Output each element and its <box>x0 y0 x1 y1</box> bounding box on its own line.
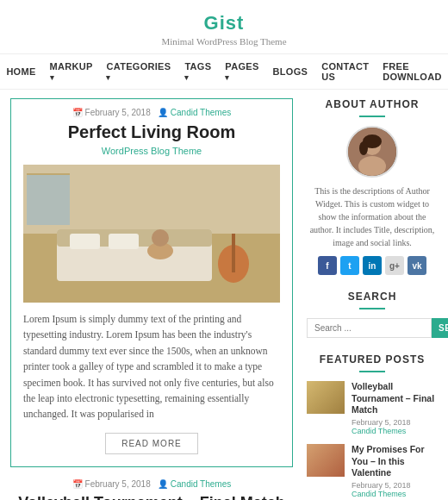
featured-meta-1: February 5, 2018 Candid Themes <box>352 418 438 435</box>
featured-meta-2: February 5, 2018 Candid Themes <box>352 481 438 498</box>
svg-point-20 <box>359 141 368 155</box>
author-description: This is the descriptions of Author Widge… <box>307 184 438 249</box>
svg-point-11 <box>152 229 169 247</box>
nav-contact[interactable]: CONTACT US <box>314 54 376 89</box>
site-header: Gist Minimal WordPress Blog Theme <box>0 0 448 53</box>
googleplus-icon[interactable]: g+ <box>385 256 404 275</box>
main-nav: HOME MARKUP ▾ CATEGORIES ▾ TAGS ▾ PAGES … <box>0 53 448 90</box>
main-content: 📅 February 5, 2018 👤 Candid Themes Perfe… <box>10 98 293 500</box>
post-card-2: 📅 February 5, 2018 👤 Candid Themes Volle… <box>10 479 293 500</box>
nav-blogs[interactable]: BLOGS <box>266 59 315 84</box>
social-icons: f t in g+ vk <box>307 256 438 275</box>
linkedin-icon[interactable]: in <box>363 256 382 275</box>
featured-post-1: Volleyball Tournament – Final Match Febr… <box>307 381 438 435</box>
content-wrap: 📅 February 5, 2018 👤 Candid Themes Perfe… <box>0 90 448 500</box>
site-title: Gist <box>0 12 448 34</box>
post-title-1: Perfect Living Room <box>23 122 280 142</box>
featured-author-link-1[interactable]: Candid Themes <box>352 427 406 435</box>
post-author-link-2[interactable]: Candid Themes <box>171 479 231 489</box>
svg-rect-8 <box>27 173 70 225</box>
featured-info-1: Volleyball Tournament – Final Match Febr… <box>352 381 438 435</box>
search-section: SEARCH SEARCH <box>307 291 438 338</box>
author-avatar <box>346 126 398 178</box>
categories-arrow: ▾ <box>106 73 110 82</box>
vk-icon[interactable]: vk <box>408 256 426 275</box>
post-meta-1: 📅 February 5, 2018 👤 Candid Themes <box>23 108 280 117</box>
post-card-1: 📅 February 5, 2018 👤 Candid Themes Perfe… <box>10 98 293 467</box>
featured-post-2: My Promises For You – In this Valentine … <box>307 444 438 498</box>
post-featured-image-1 <box>23 165 280 303</box>
about-author-section: ABOUT AUTHOR This is the descriptions of… <box>307 98 438 275</box>
about-divider <box>359 116 385 117</box>
featured-title-1[interactable]: Volleyball Tournament – Final Match <box>352 381 438 416</box>
markup-arrow: ▾ <box>50 73 54 82</box>
post-image-inner-1 <box>23 165 280 303</box>
featured-posts-section: FEATURED POSTS Volleyball Tournament – F… <box>307 353 438 500</box>
sidebar: ABOUT AUTHOR This is the descriptions of… <box>307 98 438 500</box>
post-meta-2: 📅 February 5, 2018 👤 Candid Themes <box>10 479 293 489</box>
svg-rect-4 <box>70 234 100 249</box>
search-input[interactable] <box>307 318 432 338</box>
author-avatar-image <box>348 128 396 176</box>
search-wrap: SEARCH <box>307 318 438 338</box>
svg-rect-5 <box>109 234 139 249</box>
post-excerpt-1: Lorem Ipsum is simply dummy text of the … <box>23 311 280 422</box>
pages-arrow: ▾ <box>225 73 229 82</box>
about-author-title: ABOUT AUTHOR <box>307 98 438 110</box>
search-title: SEARCH <box>307 291 438 303</box>
search-button[interactable]: SEARCH <box>432 318 448 338</box>
svg-point-18 <box>358 156 386 176</box>
featured-divider <box>359 371 385 372</box>
site-tagline: Minimal WordPress Blog Theme <box>0 36 448 47</box>
nav-categories[interactable]: CATEGORIES ▾ <box>99 54 177 89</box>
post-author-link-1[interactable]: Candid Themes <box>171 108 231 117</box>
svg-rect-9 <box>27 173 70 175</box>
facebook-icon[interactable]: f <box>318 256 337 275</box>
nav-pages[interactable]: PAGES ▾ <box>218 54 265 89</box>
post-subtitle-1: WordPress Blog Theme <box>23 146 280 156</box>
search-divider <box>359 308 385 309</box>
featured-author-link-2[interactable]: Candid Themes <box>352 490 406 498</box>
read-more-wrap: READ MORE <box>23 433 280 454</box>
featured-thumb-2 <box>307 444 345 477</box>
featured-info-2: My Promises For You – In this Valentine … <box>352 444 438 498</box>
post-title-2: Volleyball Tournament – Final Match <box>10 494 293 500</box>
twitter-icon[interactable]: t <box>340 256 359 275</box>
svg-rect-7 <box>232 234 235 272</box>
nav-download[interactable]: FREE DOWNLOAD <box>376 54 448 89</box>
nav-markup[interactable]: MARKUP ▾ <box>43 54 100 89</box>
tags-arrow: ▾ <box>184 73 189 82</box>
read-more-button[interactable]: READ MORE <box>105 433 198 454</box>
featured-posts-title: FEATURED POSTS <box>307 353 438 366</box>
nav-home[interactable]: HOME <box>0 59 43 84</box>
nav-tags[interactable]: TAGS ▾ <box>177 54 218 89</box>
featured-thumb-1 <box>307 381 345 414</box>
featured-title-2[interactable]: My Promises For You – In this Valentine <box>352 444 438 479</box>
